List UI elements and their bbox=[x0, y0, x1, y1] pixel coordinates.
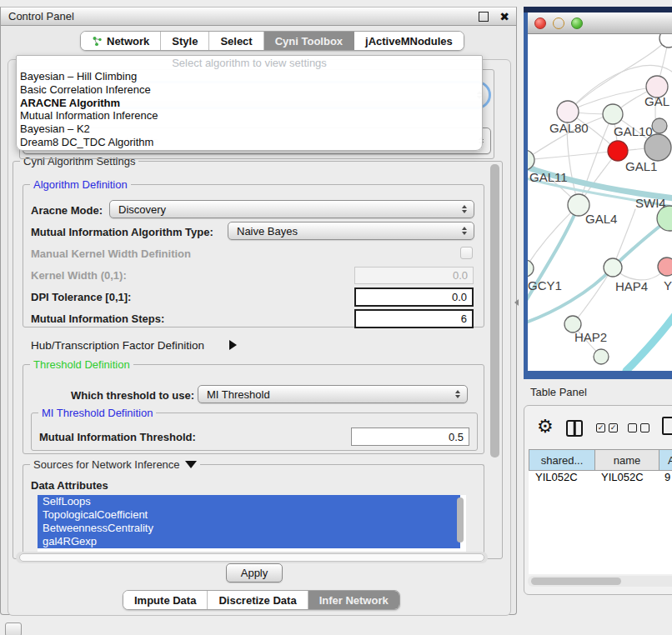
float-window-icon[interactable] bbox=[479, 12, 489, 22]
tab-style[interactable]: Style bbox=[161, 32, 209, 50]
tab-cyni-toolbox-label: Cyni Toolbox bbox=[275, 35, 343, 48]
settings-hscrollbar-thumb[interactable] bbox=[19, 553, 484, 562]
column-header-partial[interactable]: A bbox=[659, 449, 672, 471]
control-panel-window: Control Panel ✖ Network Style Select bbox=[0, 7, 517, 615]
tab-jactivemnodules[interactable]: jActiveMNodules bbox=[354, 32, 464, 50]
settings-scrollbar-thumb[interactable] bbox=[490, 164, 499, 458]
tab-network[interactable]: Network bbox=[81, 32, 161, 50]
control-panel-title: Control Panel bbox=[8, 10, 74, 22]
network-node-label: GAL4 bbox=[585, 212, 617, 226]
combo-arrows-icon bbox=[462, 205, 467, 213]
network-window-top-border bbox=[524, 7, 672, 12]
manual-kernel-checkbox[interactable] bbox=[460, 247, 473, 259]
table-row[interactable]: YIL052CYIL052C9 bbox=[529, 471, 672, 484]
kernel-width-label: Kernel Width (0,1): bbox=[31, 269, 127, 282]
aracne-mode-combo[interactable]: Discovery bbox=[109, 200, 474, 218]
hub-expand-arrow-icon[interactable] bbox=[229, 340, 237, 350]
network-node-label: GAL11 bbox=[529, 170, 568, 184]
dropdown-item[interactable]: Bayesian – K2 bbox=[17, 122, 482, 136]
hub-definition-label[interactable]: Hub/Transcription Factor Definition bbox=[31, 339, 204, 352]
kernel-width-field[interactable] bbox=[354, 267, 474, 284]
combo-arrows-icon bbox=[462, 227, 467, 235]
network-canvas[interactable]: GAL GAL80 GAL10 GAL1 GAL11 GAL4 SWI4 GCY… bbox=[528, 34, 672, 371]
network-node[interactable] bbox=[603, 104, 623, 124]
which-threshold-label: Which threshold to use: bbox=[71, 389, 194, 402]
column-header-name[interactable]: name bbox=[594, 449, 659, 471]
tab-impute-data[interactable]: Impute Data bbox=[123, 591, 208, 609]
checked-checkbox-icon[interactable]: ✓ bbox=[609, 423, 618, 432]
network-node[interactable] bbox=[658, 258, 672, 276]
dropdown-item[interactable]: Bayesian – Hill Climbing bbox=[17, 70, 482, 83]
network-node-label: GCY1 bbox=[528, 278, 562, 292]
network-node-labels: GAL GAL80 GAL10 GAL1 GAL11 GAL4 SWI4 GCY… bbox=[528, 94, 672, 344]
network-window-titlebar[interactable] bbox=[528, 12, 672, 34]
mi-type-value: Naive Bayes bbox=[237, 225, 298, 238]
combo-arrows-icon bbox=[455, 390, 460, 398]
table-hscrollbar-thumb[interactable] bbox=[531, 578, 621, 585]
screen: Control Panel ✖ Network Style Select bbox=[0, 0, 672, 635]
dpi-tolerance-field[interactable] bbox=[354, 288, 474, 307]
network-node-label: HAP4 bbox=[615, 279, 648, 293]
settings-gear-icon[interactable]: ⚙ bbox=[537, 418, 554, 436]
apply-button[interactable]: Apply bbox=[226, 563, 283, 582]
mi-threshold-field[interactable] bbox=[351, 428, 469, 446]
mi-steps-field[interactable] bbox=[354, 309, 474, 328]
dropdown-prompt: Select algorithm to view settings bbox=[17, 57, 482, 70]
file-icon[interactable] bbox=[662, 417, 672, 435]
tab-style-label: Style bbox=[172, 35, 198, 48]
attribute-item[interactable]: TopologicalCoefficient bbox=[38, 508, 460, 522]
attribute-item[interactable]: BetweennessCentrality bbox=[38, 522, 460, 535]
network-graph[interactable]: GAL GAL80 GAL10 GAL1 GAL11 GAL4 SWI4 GCY… bbox=[528, 34, 672, 371]
mi-type-combo[interactable]: Naive Bayes bbox=[228, 222, 474, 240]
algorithm-definition-title: Algorithm Definition bbox=[30, 178, 131, 191]
which-threshold-value: MI Threshold bbox=[207, 388, 270, 401]
network-node[interactable] bbox=[557, 101, 579, 122]
network-node-label: HAP2 bbox=[574, 330, 607, 344]
unchecked-checkbox-icon[interactable] bbox=[640, 423, 649, 432]
network-node[interactable] bbox=[594, 349, 609, 364]
network-node-label: GAL80 bbox=[549, 121, 589, 135]
network-node[interactable] bbox=[528, 260, 534, 277]
algorithm-dropdown-popup: Select algorithm to view settings Bayesi… bbox=[16, 55, 483, 151]
splitter-collapse-arrow[interactable] bbox=[514, 299, 519, 306]
tab-cyni-toolbox[interactable]: Cyni Toolbox bbox=[264, 32, 354, 50]
column-layout-icon[interactable] bbox=[566, 420, 583, 437]
table-rows: YDL19...YDL19...13 YDR27...YDR27...12 YB… bbox=[529, 471, 672, 574]
control-panel-titlebar[interactable]: Control Panel ✖ bbox=[1, 8, 516, 26]
network-node[interactable] bbox=[604, 258, 622, 277]
attributes-scrollbar-thumb[interactable] bbox=[457, 498, 464, 542]
dropdown-item[interactable]: Dream8 DC_TDC Algorithm bbox=[17, 136, 482, 149]
unchecked-checkbox-icon[interactable] bbox=[628, 423, 637, 432]
network-node-label: GAL1 bbox=[625, 159, 657, 173]
checked-checkbox-icon[interactable]: ✓ bbox=[596, 423, 605, 432]
column-header-label: A bbox=[668, 454, 672, 467]
threshold-definition-title: Threshold Definition bbox=[30, 358, 133, 371]
network-node-label: GAL bbox=[644, 94, 669, 108]
table-panel-title: Table Panel bbox=[530, 386, 587, 398]
close-window-button[interactable] bbox=[534, 18, 546, 29]
zoom-window-button[interactable] bbox=[571, 18, 583, 29]
attribute-item[interactable]: gal4RGexp bbox=[38, 535, 460, 548]
column-header-label: shared... bbox=[541, 454, 584, 467]
network-node-label: Y bbox=[664, 278, 672, 292]
tab-select[interactable]: Select bbox=[209, 32, 263, 50]
which-threshold-combo[interactable]: MI Threshold bbox=[198, 385, 468, 403]
minimize-window-button[interactable] bbox=[553, 18, 564, 29]
tab-discretize-data[interactable]: Discretize Data bbox=[208, 591, 308, 609]
data-attributes-list: SelfLoops TopologicalCoefficient Between… bbox=[38, 495, 466, 552]
close-panel-icon[interactable]: ✖ bbox=[499, 8, 509, 25]
tab-impute-data-label: Impute Data bbox=[134, 594, 196, 607]
attribute-item[interactable]: SelfLoops bbox=[38, 495, 460, 508]
data-attributes-label: Data Attributes bbox=[31, 479, 108, 492]
aracne-mode-label: Aracne Mode: bbox=[31, 204, 103, 217]
column-header-shared[interactable]: shared... bbox=[529, 449, 595, 471]
tab-infer-network[interactable]: Infer Network bbox=[308, 591, 399, 609]
sources-collapse-arrow-icon[interactable] bbox=[185, 461, 197, 468]
taskbar-icon[interactable] bbox=[5, 622, 22, 635]
dropdown-item[interactable]: Mutual Information Inference bbox=[17, 109, 482, 122]
network-node-selected[interactable] bbox=[608, 141, 628, 161]
tab-select-label: Select bbox=[220, 35, 252, 48]
network-node[interactable] bbox=[652, 118, 667, 133]
dropdown-item-selected[interactable]: ARACNE Algorithm bbox=[17, 97, 482, 110]
dropdown-item[interactable]: Basic Correlation Inference bbox=[17, 83, 482, 97]
